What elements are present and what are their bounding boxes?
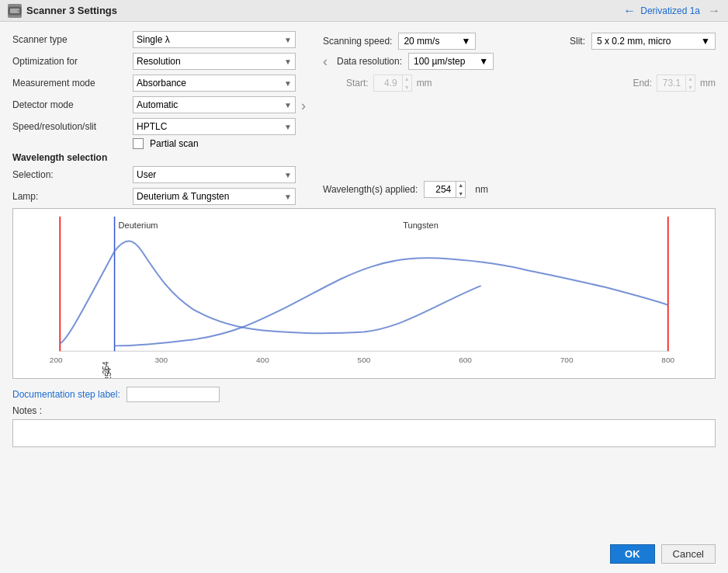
svg-text:500: 500 (358, 356, 371, 364)
wavelength-section: Wavelength selection Selection: User ▼ L… (12, 152, 716, 205)
expand-right-arrow-icon[interactable]: › (301, 98, 306, 114)
svg-text:254: 254 (101, 361, 109, 374)
selection-select[interactable]: User ▼ (133, 166, 296, 183)
slit-arrow-icon: ▼ (701, 36, 710, 47)
wavelength-grid: Selection: User ▼ Lamp: Deuterium & Tung… (12, 166, 292, 205)
scanning-speed-arrow-icon: ▼ (462, 36, 471, 47)
detector-mode-value: Automatic (137, 99, 178, 110)
measurement-mode-label: Measurement mode (12, 78, 133, 89)
partial-scan-label: Partial scan (150, 138, 199, 149)
end-item: End: 73.1 ▲ ▼ mm (633, 75, 716, 92)
end-arrows[interactable]: ▲ ▼ (685, 75, 695, 92)
breadcrumb[interactable]: ← Derivatized 1a → (623, 4, 720, 18)
notes-row: Notes : (12, 405, 716, 416)
scanner-type-select[interactable]: Single λ ▼ (133, 31, 296, 48)
start-label: Start: (346, 78, 369, 89)
end-spinner[interactable]: 73.1 ▲ ▼ (657, 75, 695, 92)
doc-label-section: Documentation step label: Notes : (12, 387, 716, 540)
end-up-arrow-icon[interactable]: ▲ (686, 75, 695, 83)
slit-label: Slit: (570, 36, 585, 47)
data-resolution-arrow-icon: ▼ (479, 56, 488, 67)
wavelength-spinner[interactable]: 254 ▲ ▼ (424, 181, 466, 198)
data-resolution-value: 100 µm/step (414, 56, 465, 67)
wavelength-arrows[interactable]: ▲ ▼ (456, 181, 465, 198)
wavelength-right-area: Wavelength(s) applied: 254 ▲ ▼ nm (315, 166, 716, 205)
measurement-mode-select[interactable]: Absorbance ▼ (133, 75, 296, 92)
forward-arrow-icon: → (708, 4, 720, 18)
optimization-for-arrow-icon: ▼ (284, 57, 292, 66)
speed-resolution-slit-select[interactable]: HPTLC ▼ (133, 118, 296, 135)
svg-text:200: 200 (50, 356, 63, 364)
lamp-label: Lamp: (12, 191, 133, 202)
start-down-arrow-icon[interactable]: ▼ (403, 83, 411, 92)
ok-button[interactable]: OK (610, 544, 655, 564)
detector-mode-label: Detector mode (12, 99, 133, 110)
partial-scan-checkbox[interactable] (133, 138, 144, 149)
end-label: End: (633, 78, 652, 89)
start-value: 4.9 (374, 78, 402, 89)
svg-text:400: 400 (256, 356, 269, 364)
left-form-column: Scanner type Single λ ▼ Optimization for… (12, 31, 292, 135)
wavelength-applied-row: Wavelength(s) applied: 254 ▲ ▼ nm (323, 181, 716, 198)
end-down-arrow-icon[interactable]: ▼ (686, 83, 695, 92)
data-resolution-row: ‹ Data resolution: 100 µm/step ▼ (323, 53, 716, 70)
cancel-button[interactable]: Cancel (661, 544, 716, 564)
svg-text:300: 300 (154, 356, 168, 364)
start-end-row: Start: 4.9 ▲ ▼ mm End: 73.1 (346, 75, 716, 92)
svg-text:800: 800 (661, 356, 674, 364)
top-form-area: Scanner type Single λ ▼ Optimization for… (12, 31, 716, 135)
doc-label-text: Documentation step label: (12, 389, 120, 400)
start-unit: mm (417, 78, 432, 89)
wavelength-left-col: Selection: User ▼ Lamp: Deuterium & Tung… (12, 166, 292, 205)
measurement-mode-value: Absorbance (137, 78, 186, 89)
lamp-select[interactable]: Deuterium & Tungsten ▼ (133, 188, 296, 205)
collapse-left-arrow-icon[interactable]: ‹ (323, 54, 328, 70)
scanner-type-value: Single λ (137, 34, 170, 45)
breadcrumb-label: Derivatized 1a (640, 5, 700, 16)
button-row: OK Cancel (12, 544, 716, 564)
back-arrow-icon: ← (623, 4, 636, 18)
speed-resolution-slit-label: Speed/resolution/slit (12, 121, 133, 132)
chart-container: Deuterium Tungsten 200 300 400 500 600 7… (12, 208, 716, 379)
wavelength-form-area: Selection: User ▼ Lamp: Deuterium & Tung… (12, 166, 716, 205)
start-up-arrow-icon[interactable]: ▲ (403, 75, 411, 83)
scanner-icon (8, 4, 22, 18)
scanning-speed-select[interactable]: 20 mm/s ▼ (398, 33, 476, 50)
end-value: 73.1 (657, 78, 685, 89)
slit-row: Slit: 5 x 0.2 mm, micro ▼ (570, 33, 716, 50)
scanning-speed-value: 20 mm/s (404, 36, 439, 47)
wavelength-down-arrow-icon[interactable]: ▼ (456, 189, 465, 198)
title-bar-left: Scanner 3 Settings (8, 4, 117, 18)
lamp-arrow-icon: ▼ (284, 193, 292, 201)
svg-point-2 (18, 9, 20, 12)
doc-label-row: Documentation step label: (12, 387, 716, 402)
svg-text:Tungsten: Tungsten (403, 221, 439, 230)
start-arrows[interactable]: ▲ ▼ (402, 75, 411, 92)
start-spinner[interactable]: 4.9 ▲ ▼ (373, 75, 412, 92)
optimization-for-select[interactable]: Resolution ▼ (133, 53, 296, 70)
optimization-for-label: Optimization for (12, 56, 133, 67)
partial-scan-row: Partial scan (133, 138, 716, 149)
wavelength-up-arrow-icon[interactable]: ▲ (456, 181, 465, 189)
scanner-type-label: Scanner type (12, 34, 133, 45)
wavelength-unit: nm (475, 184, 488, 195)
svg-text:600: 600 (459, 356, 472, 364)
title-bar-title: Scanner 3 Settings (26, 5, 117, 16)
scanner-type-arrow-icon: ▼ (284, 36, 292, 44)
slit-select[interactable]: 5 x 0.2 mm, micro ▼ (591, 33, 716, 50)
end-unit: mm (700, 78, 716, 89)
svg-text:Deuterium: Deuterium (119, 221, 158, 230)
wavelength-value: 254 (425, 184, 456, 195)
title-bar: Scanner 3 Settings ← Derivatized 1a → (0, 0, 728, 22)
doc-label-input[interactable] (127, 387, 220, 402)
speed-resolution-slit-arrow-icon: ▼ (284, 123, 292, 131)
selection-value: User (137, 169, 156, 180)
detector-mode-arrow-icon: ▼ (284, 101, 292, 109)
wavelength-section-title: Wavelength selection (12, 152, 107, 163)
data-resolution-label: Data resolution: (337, 56, 402, 67)
svg-text:700: 700 (560, 356, 574, 364)
left-grid: Scanner type Single λ ▼ Optimization for… (12, 31, 292, 135)
notes-textarea[interactable] (12, 419, 716, 447)
data-resolution-select[interactable]: 100 µm/step ▼ (408, 53, 494, 70)
detector-mode-select[interactable]: Automatic ▼ (133, 96, 296, 113)
